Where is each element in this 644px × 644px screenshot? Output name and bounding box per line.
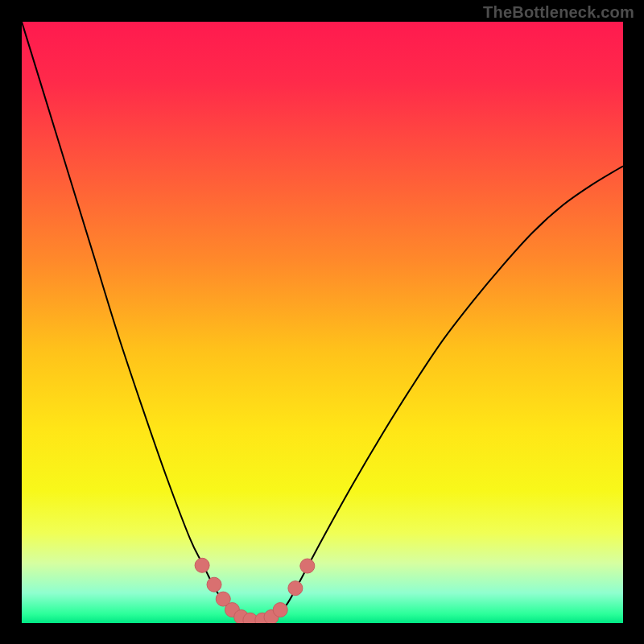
curve-marker [300,559,315,573]
plot-area [22,22,623,623]
watermark-text: TheBottleneck.com [483,3,634,22]
curve-marker [288,581,303,596]
bottleneck-chart [22,22,623,623]
chart-stage: TheBottleneck.com [0,0,644,644]
curve-marker [195,558,209,572]
curve-marker [273,603,287,617]
curve-marker [207,577,221,592]
gradient-background [22,22,623,623]
